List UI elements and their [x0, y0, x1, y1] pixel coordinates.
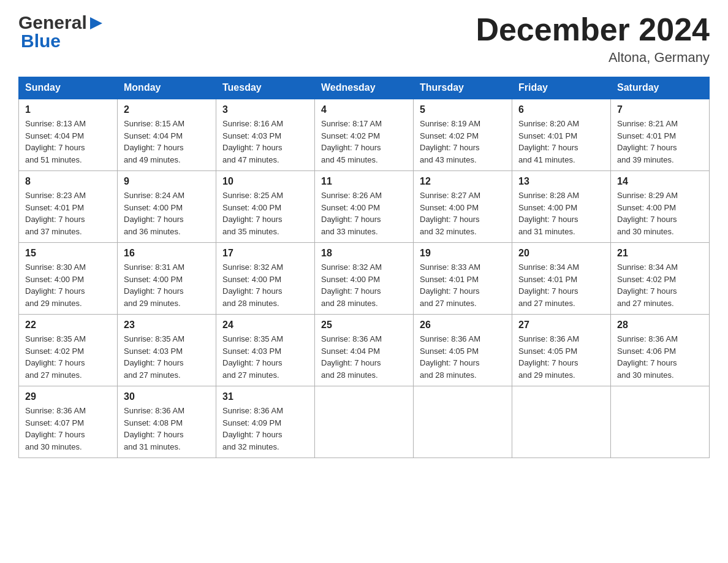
weekday-header-friday: Friday	[512, 77, 611, 99]
day-number: 13	[518, 176, 604, 187]
week-row-1: 1Sunrise: 8:13 AM Sunset: 4:04 PM Daylig…	[19, 99, 710, 171]
day-cell-21: 21Sunrise: 8:34 AM Sunset: 4:02 PM Dayli…	[611, 243, 710, 315]
day-info: Sunrise: 8:19 AM Sunset: 4:02 PM Dayligh…	[420, 118, 506, 166]
day-number: 10	[222, 176, 308, 187]
day-info: Sunrise: 8:23 AM Sunset: 4:01 PM Dayligh…	[25, 190, 111, 237]
month-title: December 2024	[476, 12, 710, 47]
day-number: 15	[25, 248, 111, 259]
day-info: Sunrise: 8:33 AM Sunset: 4:01 PM Dayligh…	[420, 261, 506, 309]
day-info: Sunrise: 8:35 AM Sunset: 4:03 PM Dayligh…	[124, 333, 210, 381]
weekday-header-sunday: Sunday	[19, 77, 118, 99]
day-number: 4	[321, 104, 407, 115]
day-number: 21	[617, 248, 703, 259]
empty-cell	[611, 386, 710, 458]
day-cell-5: 5Sunrise: 8:19 AM Sunset: 4:02 PM Daylig…	[414, 99, 512, 171]
day-cell-27: 27Sunrise: 8:36 AM Sunset: 4:05 PM Dayli…	[512, 315, 611, 386]
day-info: Sunrise: 8:34 AM Sunset: 4:01 PM Dayligh…	[518, 261, 604, 309]
logo-blue-text: Blue	[18, 31, 61, 52]
day-number: 23	[124, 320, 210, 331]
weekday-header-saturday: Saturday	[611, 77, 710, 99]
day-info: Sunrise: 8:27 AM Sunset: 4:00 PM Dayligh…	[420, 190, 506, 237]
day-number: 7	[617, 104, 703, 115]
day-cell-28: 28Sunrise: 8:36 AM Sunset: 4:06 PM Dayli…	[611, 315, 710, 386]
day-info: Sunrise: 8:17 AM Sunset: 4:02 PM Dayligh…	[321, 118, 407, 166]
day-cell-7: 7Sunrise: 8:21 AM Sunset: 4:01 PM Daylig…	[611, 99, 710, 171]
day-info: Sunrise: 8:25 AM Sunset: 4:00 PM Dayligh…	[222, 190, 308, 237]
day-cell-3: 3Sunrise: 8:16 AM Sunset: 4:03 PM Daylig…	[216, 99, 315, 171]
day-cell-20: 20Sunrise: 8:34 AM Sunset: 4:01 PM Dayli…	[512, 243, 611, 315]
day-cell-14: 14Sunrise: 8:29 AM Sunset: 4:00 PM Dayli…	[611, 171, 710, 243]
day-info: Sunrise: 8:20 AM Sunset: 4:01 PM Dayligh…	[518, 118, 604, 166]
week-row-3: 15Sunrise: 8:30 AM Sunset: 4:00 PM Dayli…	[19, 243, 710, 315]
day-number: 12	[420, 176, 506, 187]
day-number: 8	[25, 176, 111, 187]
weekday-header-thursday: Thursday	[414, 77, 512, 99]
day-info: Sunrise: 8:32 AM Sunset: 4:00 PM Dayligh…	[222, 261, 308, 309]
day-number: 2	[124, 104, 210, 115]
svg-marker-0	[90, 17, 102, 29]
day-cell-1: 1Sunrise: 8:13 AM Sunset: 4:04 PM Daylig…	[19, 99, 118, 171]
logo: General Blue	[18, 12, 105, 52]
day-number: 3	[222, 104, 308, 115]
empty-cell	[512, 386, 611, 458]
empty-cell	[315, 386, 414, 458]
day-info: Sunrise: 8:36 AM Sunset: 4:06 PM Dayligh…	[617, 333, 703, 381]
day-number: 19	[420, 248, 506, 259]
calendar-table: SundayMondayTuesdayWednesdayThursdayFrid…	[18, 77, 710, 458]
weekday-header-tuesday: Tuesday	[216, 77, 315, 99]
empty-cell	[414, 386, 512, 458]
weekday-header-wednesday: Wednesday	[315, 77, 414, 99]
day-number: 28	[617, 320, 703, 331]
day-cell-22: 22Sunrise: 8:35 AM Sunset: 4:02 PM Dayli…	[19, 315, 118, 386]
day-cell-4: 4Sunrise: 8:17 AM Sunset: 4:02 PM Daylig…	[315, 99, 414, 171]
day-info: Sunrise: 8:36 AM Sunset: 4:05 PM Dayligh…	[518, 333, 604, 381]
week-row-2: 8Sunrise: 8:23 AM Sunset: 4:01 PM Daylig…	[19, 171, 710, 243]
day-info: Sunrise: 8:28 AM Sunset: 4:00 PM Dayligh…	[518, 190, 604, 237]
day-number: 24	[222, 320, 308, 331]
day-number: 5	[420, 104, 506, 115]
logo-general-text: General	[18, 12, 87, 33]
day-info: Sunrise: 8:26 AM Sunset: 4:00 PM Dayligh…	[321, 190, 407, 237]
day-info: Sunrise: 8:24 AM Sunset: 4:00 PM Dayligh…	[124, 190, 210, 237]
day-number: 20	[518, 248, 604, 259]
day-info: Sunrise: 8:32 AM Sunset: 4:00 PM Dayligh…	[321, 261, 407, 309]
day-cell-23: 23Sunrise: 8:35 AM Sunset: 4:03 PM Dayli…	[118, 315, 216, 386]
day-number: 29	[25, 391, 111, 402]
day-number: 26	[420, 320, 506, 331]
day-cell-29: 29Sunrise: 8:36 AM Sunset: 4:07 PM Dayli…	[19, 386, 118, 458]
day-number: 17	[222, 248, 308, 259]
day-number: 1	[25, 104, 111, 115]
day-cell-9: 9Sunrise: 8:24 AM Sunset: 4:00 PM Daylig…	[118, 171, 216, 243]
day-number: 14	[617, 176, 703, 187]
day-number: 16	[124, 248, 210, 259]
day-number: 11	[321, 176, 407, 187]
day-info: Sunrise: 8:30 AM Sunset: 4:00 PM Dayligh…	[25, 261, 111, 309]
day-number: 31	[222, 391, 308, 402]
day-number: 6	[518, 104, 604, 115]
day-info: Sunrise: 8:36 AM Sunset: 4:09 PM Dayligh…	[222, 405, 308, 453]
day-cell-30: 30Sunrise: 8:36 AM Sunset: 4:08 PM Dayli…	[118, 386, 216, 458]
day-cell-31: 31Sunrise: 8:36 AM Sunset: 4:09 PM Dayli…	[216, 386, 315, 458]
day-cell-19: 19Sunrise: 8:33 AM Sunset: 4:01 PM Dayli…	[414, 243, 512, 315]
day-cell-8: 8Sunrise: 8:23 AM Sunset: 4:01 PM Daylig…	[19, 171, 118, 243]
title-block: December 2024 Altona, Germany	[476, 12, 710, 66]
day-cell-11: 11Sunrise: 8:26 AM Sunset: 4:00 PM Dayli…	[315, 171, 414, 243]
day-info: Sunrise: 8:36 AM Sunset: 4:05 PM Dayligh…	[420, 333, 506, 381]
day-info: Sunrise: 8:34 AM Sunset: 4:02 PM Dayligh…	[617, 261, 703, 309]
day-cell-2: 2Sunrise: 8:15 AM Sunset: 4:04 PM Daylig…	[118, 99, 216, 171]
day-info: Sunrise: 8:21 AM Sunset: 4:01 PM Dayligh…	[617, 118, 703, 166]
weekday-header-monday: Monday	[118, 77, 216, 99]
day-cell-10: 10Sunrise: 8:25 AM Sunset: 4:00 PM Dayli…	[216, 171, 315, 243]
day-number: 22	[25, 320, 111, 331]
day-info: Sunrise: 8:36 AM Sunset: 4:07 PM Dayligh…	[25, 405, 111, 453]
day-cell-24: 24Sunrise: 8:35 AM Sunset: 4:03 PM Dayli…	[216, 315, 315, 386]
day-cell-13: 13Sunrise: 8:28 AM Sunset: 4:00 PM Dayli…	[512, 171, 611, 243]
logo-triangle-icon	[88, 15, 105, 32]
day-number: 9	[124, 176, 210, 187]
location: Altona, Germany	[476, 50, 710, 66]
day-info: Sunrise: 8:16 AM Sunset: 4:03 PM Dayligh…	[222, 118, 308, 166]
day-info: Sunrise: 8:36 AM Sunset: 4:04 PM Dayligh…	[321, 333, 407, 381]
day-number: 25	[321, 320, 407, 331]
day-cell-17: 17Sunrise: 8:32 AM Sunset: 4:00 PM Dayli…	[216, 243, 315, 315]
day-info: Sunrise: 8:35 AM Sunset: 4:03 PM Dayligh…	[222, 333, 308, 381]
